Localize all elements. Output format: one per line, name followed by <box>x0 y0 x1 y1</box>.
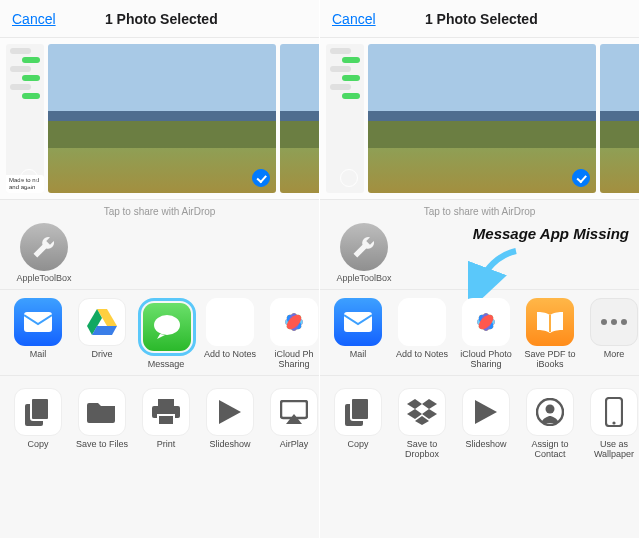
action-label: Slideshow <box>458 439 514 449</box>
airplay-icon <box>270 388 318 436</box>
mail-icon <box>334 298 382 346</box>
copy-icon <box>14 388 62 436</box>
thumbnail-next[interactable] <box>600 44 639 193</box>
app-icloud-photo-sharing[interactable]: iCloud Photo Sharing <box>458 298 514 369</box>
app-add-to-notes[interactable]: Add to Notes <box>202 298 258 369</box>
share-sheet-left: Cancel 1 Photo Selected Made to nd and a… <box>0 0 320 538</box>
header-title: 1 Photo Selected <box>336 11 627 27</box>
app-label: More <box>586 349 639 359</box>
action-save-to-dropbox[interactable]: Save to Dropbox <box>394 388 450 459</box>
svg-marker-42 <box>475 400 497 424</box>
app-label: iCloud Ph Sharing <box>266 349 319 369</box>
svg-marker-39 <box>407 409 422 419</box>
svg-marker-37 <box>407 399 422 409</box>
dropbox-icon <box>398 388 446 436</box>
share-sheet-right: Cancel 1 Photo Selected Tap to share wit… <box>320 0 640 538</box>
airdrop-caption: Tap to share with AirDrop <box>320 200 639 219</box>
svg-rect-14 <box>31 398 49 420</box>
action-label: Save to Files <box>74 439 130 449</box>
ibooks-icon <box>526 298 574 346</box>
actions-row[interactable]: Copy Save to Files Print Slideshow AirPl… <box>0 376 319 455</box>
app-label: Add to Notes <box>394 349 450 359</box>
app-icloud-photo-sharing[interactable]: iCloud Ph Sharing <box>266 298 319 369</box>
selected-check-icon[interactable] <box>572 169 590 187</box>
action-assign-to-contact[interactable]: Assign to Contact <box>522 388 578 459</box>
app-label: Message <box>138 359 194 369</box>
svg-marker-18 <box>219 400 241 424</box>
annotation-text: Message App Missing <box>473 225 629 242</box>
airdrop-contact-label: AppleToolBox <box>14 273 74 283</box>
notes-icon <box>206 298 254 346</box>
header-title: 1 Photo Selected <box>16 11 307 27</box>
play-icon <box>462 388 510 436</box>
photos-icon <box>462 298 510 346</box>
svg-rect-17 <box>158 415 174 425</box>
svg-rect-0 <box>24 312 52 332</box>
thumbnail-selected[interactable] <box>368 44 596 193</box>
action-copy[interactable]: Copy <box>330 388 386 459</box>
app-message[interactable]: Message <box>138 298 194 369</box>
phone-icon <box>590 388 638 436</box>
photo-strip[interactable]: Made to nd and again <box>0 38 319 200</box>
app-label: Add to Notes <box>202 349 258 359</box>
share-apps-row[interactable]: Mail Drive Message Add to Notes <box>0 290 319 376</box>
thumbnail-selected[interactable] <box>48 44 276 193</box>
select-circle[interactable] <box>20 169 38 187</box>
svg-rect-22 <box>344 312 372 332</box>
svg-marker-38 <box>422 399 437 409</box>
app-more[interactable]: More <box>586 298 639 369</box>
thumbnail-prev[interactable]: Made to nd and again <box>6 44 44 193</box>
actions-row[interactable]: Copy Save to Dropbox Slideshow Assign to… <box>320 376 639 465</box>
app-add-to-notes[interactable]: Add to Notes <box>394 298 450 369</box>
action-label: Assign to Contact <box>522 439 578 459</box>
copy-icon <box>334 388 382 436</box>
airdrop-caption: Tap to share with AirDrop <box>0 200 319 219</box>
airdrop-row: AppleToolBox Message App Missing <box>320 219 639 290</box>
print-icon <box>142 388 190 436</box>
action-label: AirPlay <box>266 439 319 449</box>
photos-icon <box>270 298 318 346</box>
action-airplay[interactable]: AirPlay <box>266 388 319 449</box>
action-label: Use as Wallpaper <box>586 439 639 459</box>
svg-point-33 <box>611 319 617 325</box>
app-mail[interactable]: Mail <box>10 298 66 369</box>
select-circle[interactable] <box>340 169 358 187</box>
action-print[interactable]: Print <box>138 388 194 449</box>
drive-icon <box>78 298 126 346</box>
selected-check-icon[interactable] <box>252 169 270 187</box>
mail-icon <box>14 298 62 346</box>
action-label: Print <box>138 439 194 449</box>
notes-icon <box>398 298 446 346</box>
svg-rect-15 <box>158 399 174 406</box>
app-drive[interactable]: Drive <box>74 298 130 369</box>
thumbnail-prev[interactable] <box>326 44 364 193</box>
wrench-icon <box>340 223 388 271</box>
action-slideshow[interactable]: Slideshow <box>458 388 514 459</box>
play-icon <box>206 388 254 436</box>
folder-icon <box>78 388 126 436</box>
action-copy[interactable]: Copy <box>10 388 66 449</box>
action-slideshow[interactable]: Slideshow <box>202 388 258 449</box>
action-label: Copy <box>10 439 66 449</box>
action-save-to-files[interactable]: Save to Files <box>74 388 130 449</box>
app-label: Save PDF to iBooks <box>522 349 578 369</box>
airdrop-contact-label: AppleToolBox <box>334 273 394 283</box>
photo-strip[interactable] <box>320 38 639 200</box>
airdrop-contact[interactable]: AppleToolBox <box>334 223 394 283</box>
svg-marker-40 <box>422 409 437 419</box>
message-icon <box>143 303 191 351</box>
thumbnail-next[interactable] <box>280 44 319 193</box>
contact-icon <box>526 388 574 436</box>
more-icon <box>590 298 638 346</box>
app-mail[interactable]: Mail <box>330 298 386 369</box>
svg-point-32 <box>601 319 607 325</box>
svg-point-44 <box>546 405 555 414</box>
action-label: Slideshow <box>202 439 258 449</box>
airdrop-row: AppleToolBox <box>0 219 319 290</box>
airdrop-contact[interactable]: AppleToolBox <box>14 223 74 283</box>
share-header: Cancel 1 Photo Selected <box>320 0 639 38</box>
action-use-as-wallpaper[interactable]: Use as Wallpaper <box>586 388 639 459</box>
share-apps-row[interactable]: Mail Add to Notes <box>320 290 639 376</box>
action-label: Copy <box>330 439 386 449</box>
app-save-pdf-ibooks[interactable]: Save PDF to iBooks <box>522 298 578 369</box>
